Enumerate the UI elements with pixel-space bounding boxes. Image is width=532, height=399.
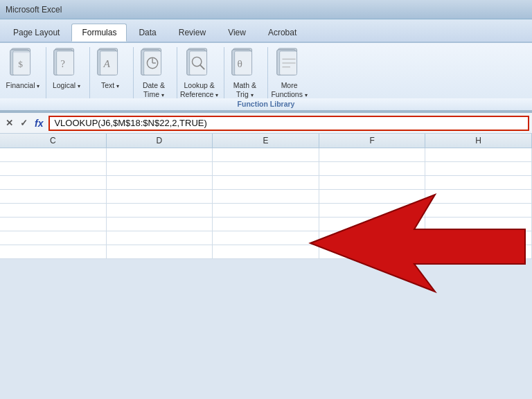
cell[interactable] — [0, 204, 107, 217]
svg-text:$: $ — [18, 59, 23, 69]
svg-rect-7 — [57, 51, 74, 76]
tab-formulas[interactable]: Formulas — [71, 24, 127, 42]
cell[interactable] — [319, 204, 426, 217]
cell[interactable] — [425, 204, 532, 217]
column-headers: C D E F H — [0, 134, 532, 148]
cell[interactable] — [0, 176, 107, 189]
table-row — [0, 218, 532, 231]
table-row — [0, 190, 532, 204]
cell[interactable] — [425, 190, 532, 203]
text-button[interactable]: A Text ▾ — [93, 47, 127, 90]
cell[interactable] — [213, 245, 319, 258]
cell[interactable] — [319, 190, 426, 203]
confirm-button[interactable]: ✓ — [17, 117, 30, 129]
col-header-h: H — [425, 134, 532, 148]
svg-text:θ: θ — [238, 57, 242, 69]
ribbon-group-more: More Functions ▾ — [271, 47, 315, 98]
cell[interactable] — [213, 162, 319, 175]
cell[interactable] — [319, 231, 426, 245]
col-header-e: E — [213, 134, 319, 148]
cell[interactable] — [107, 245, 213, 258]
cell[interactable] — [319, 162, 426, 175]
svg-text:?: ? — [60, 58, 64, 69]
cell[interactable] — [0, 162, 107, 175]
table-row — [0, 204, 532, 218]
title-bar: Microsoft Excel — [0, 0, 532, 19]
datetime-button[interactable]: Date & Time ▾ — [136, 47, 171, 98]
math-button[interactable]: θ Math & Trig ▾ — [227, 47, 262, 98]
more-functions-button[interactable]: More Functions ▾ — [271, 47, 307, 98]
title-text: Microsoft Excel — [6, 5, 62, 15]
cell[interactable] — [107, 204, 213, 217]
cell[interactable] — [425, 162, 532, 175]
tab-page-layout[interactable]: Page Layout — [3, 24, 70, 42]
cell[interactable] — [107, 190, 213, 203]
function-library-label: Function Library — [0, 98, 532, 112]
cell[interactable] — [0, 245, 107, 258]
ribbon: $ Financial ▾ ? Logical ▾ — [0, 43, 532, 113]
cell[interactable] — [107, 148, 213, 161]
cell[interactable] — [107, 231, 213, 245]
ribbon-tabs: Page Layout Formulas Data Review View Ac… — [0, 19, 532, 43]
cell[interactable] — [319, 218, 426, 231]
svg-text:A: A — [103, 57, 110, 69]
cell[interactable] — [319, 148, 426, 161]
cell[interactable] — [319, 245, 426, 258]
cell[interactable] — [107, 162, 213, 175]
cell[interactable] — [213, 190, 319, 203]
cell[interactable] — [0, 218, 107, 231]
col-header-d: D — [107, 134, 213, 148]
table-row — [0, 176, 532, 190]
logical-button[interactable]: ? Logical ▾ — [49, 47, 84, 90]
cell[interactable] — [319, 176, 426, 189]
formula-bar-controls: ✕ ✓ fx — [3, 117, 46, 130]
cell[interactable] — [0, 231, 107, 245]
table-row — [0, 148, 532, 162]
financial-button[interactable]: $ Financial ▾ — [6, 47, 40, 90]
ribbon-group-datetime: Date & Time ▾ — [136, 47, 177, 98]
cell[interactable] — [425, 218, 532, 231]
cell[interactable] — [107, 176, 213, 189]
ribbon-group-text: A Text ▾ — [93, 47, 134, 98]
table-row — [0, 231, 532, 245]
cell[interactable] — [425, 245, 532, 258]
formula-bar: ✕ ✓ fx — [0, 113, 532, 134]
cancel-button[interactable]: ✕ — [3, 117, 16, 129]
cell[interactable] — [213, 231, 319, 245]
cell[interactable] — [425, 148, 532, 161]
cell[interactable] — [213, 204, 319, 217]
col-header-c: C — [0, 134, 107, 148]
cell[interactable] — [213, 176, 319, 189]
tab-acrobat[interactable]: Acrobat — [258, 24, 307, 42]
cell[interactable] — [425, 176, 532, 189]
ribbon-group-lookup: Lookup & Reference ▾ — [180, 47, 224, 98]
cell[interactable] — [213, 218, 319, 231]
tab-data[interactable]: Data — [128, 24, 166, 42]
table-row — [0, 162, 532, 176]
tab-view[interactable]: View — [218, 24, 256, 42]
ribbon-group-financial: $ Financial ▾ — [6, 47, 46, 98]
formula-input[interactable] — [48, 116, 529, 131]
cell[interactable] — [213, 148, 319, 161]
insert-function-button[interactable]: fx — [32, 117, 46, 130]
cell[interactable] — [425, 231, 532, 245]
tab-review[interactable]: Review — [168, 24, 216, 42]
ribbon-group-logical: ? Logical ▾ — [49, 47, 90, 98]
lookup-button[interactable]: Lookup & Reference ▾ — [180, 47, 218, 98]
col-header-f: F — [319, 134, 426, 148]
spreadsheet — [0, 148, 532, 259]
ribbon-inner: $ Financial ▾ ? Logical ▾ — [0, 43, 532, 98]
cell[interactable] — [107, 218, 213, 231]
ribbon-group-math: θ Math & Trig ▾ — [227, 47, 268, 98]
cell[interactable] — [0, 148, 107, 161]
table-row — [0, 245, 532, 259]
cell[interactable] — [0, 190, 107, 203]
